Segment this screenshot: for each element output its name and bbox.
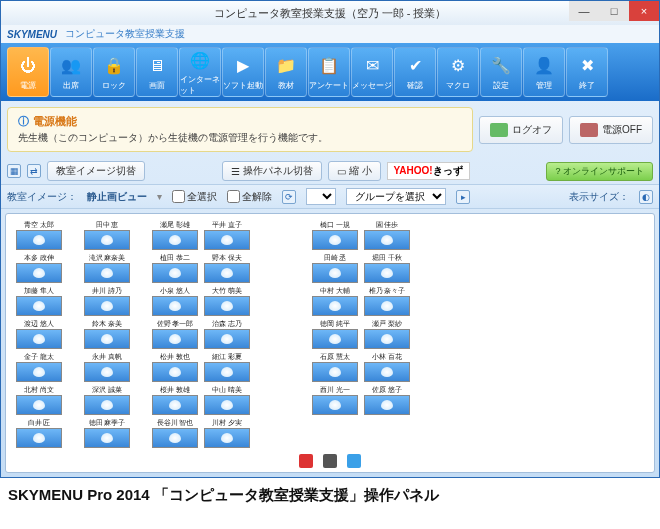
student-thumbnail[interactable] (364, 230, 410, 250)
layout-split-icon[interactable]: ⇄ (27, 164, 41, 178)
toolbar-settings-button[interactable]: 🔧設定 (480, 47, 522, 97)
student-seat[interactable]: 田崎 丞 (312, 253, 358, 283)
student-seat[interactable]: 滝沢 麻奈美 (84, 253, 130, 283)
student-thumbnail[interactable] (312, 230, 358, 250)
select-all-input[interactable] (172, 190, 185, 203)
shrink-button[interactable]: ▭ 縮 小 (328, 161, 381, 181)
student-seat[interactable]: 桜井 敦雄 (152, 385, 198, 415)
student-thumbnail[interactable] (312, 395, 358, 415)
student-thumbnail[interactable] (312, 362, 358, 382)
student-seat[interactable]: 石原 慧太 (312, 352, 358, 382)
student-thumbnail[interactable] (84, 329, 130, 349)
student-thumbnail[interactable] (152, 329, 198, 349)
student-seat[interactable]: 青空 太郎 (16, 220, 62, 250)
student-thumbnail[interactable] (364, 296, 410, 316)
student-seat[interactable]: 本多 政伸 (16, 253, 62, 283)
toolbar-screen-button[interactable]: 🖥画面 (136, 47, 178, 97)
toolbar-check-button[interactable]: ✔確認 (394, 47, 436, 97)
student-thumbnail[interactable] (16, 296, 62, 316)
student-seat[interactable]: 金子 龍太 (16, 352, 62, 382)
toolbar-manage-button[interactable]: 👤管理 (523, 47, 565, 97)
yahoo-kids-link[interactable]: YAHOO!きっず (387, 162, 470, 180)
student-thumbnail[interactable] (204, 428, 250, 448)
student-thumbnail[interactable] (364, 263, 410, 283)
student-thumbnail[interactable] (204, 296, 250, 316)
toolbar-attend-button[interactable]: 👥出席 (50, 47, 92, 97)
student-thumbnail[interactable] (204, 395, 250, 415)
student-thumbnail[interactable] (204, 329, 250, 349)
student-seat[interactable]: 小林 百花 (364, 352, 410, 382)
student-seat[interactable]: 佐原 悠子 (364, 385, 410, 415)
minimize-button[interactable]: — (569, 1, 599, 21)
toolbar-material-button[interactable]: 📁教材 (265, 47, 307, 97)
toolbar-survey-button[interactable]: 📋アンケート (308, 47, 350, 97)
student-thumbnail[interactable] (364, 395, 410, 415)
student-seat[interactable]: 永井 真帆 (84, 352, 130, 382)
toolbar-power-button[interactable]: ⏻電源 (7, 47, 49, 97)
student-thumbnail[interactable] (312, 296, 358, 316)
room-image-switch-button[interactable]: 教室イメージ切替 (47, 161, 145, 181)
student-thumbnail[interactable] (152, 296, 198, 316)
toolbar-macro-button[interactable]: ⚙マクロ (437, 47, 479, 97)
student-seat[interactable]: 白井 匠 (16, 418, 62, 448)
deselect-all-input[interactable] (227, 190, 240, 203)
toolbar-exit-button[interactable]: ✖終了 (566, 47, 608, 97)
panel-switch-button[interactable]: ☰ 操作パネル切替 (222, 161, 322, 181)
student-thumbnail[interactable] (16, 329, 62, 349)
size-handle-icon[interactable]: ◐ (639, 190, 653, 204)
student-seat[interactable]: 堀田 千秋 (364, 253, 410, 283)
student-thumbnail[interactable] (84, 395, 130, 415)
student-thumbnail[interactable] (84, 230, 130, 250)
group-apply-icon[interactable]: ▸ (456, 190, 470, 204)
toolbar-message-button[interactable]: ✉メッセージ (351, 47, 393, 97)
student-seat[interactable]: 瀬尾 彰雄 (152, 220, 198, 250)
student-seat[interactable]: 松井 敦也 (152, 352, 198, 382)
student-thumbnail[interactable] (364, 329, 410, 349)
layout-grid-icon[interactable]: ▦ (7, 164, 21, 178)
student-thumbnail[interactable] (152, 230, 198, 250)
student-thumbnail[interactable] (16, 395, 62, 415)
student-seat[interactable]: 園 佳歩 (364, 220, 410, 250)
student-thumbnail[interactable] (16, 230, 62, 250)
refresh-icon[interactable]: ⟳ (282, 190, 296, 204)
student-seat[interactable]: 小泉 悠人 (152, 286, 198, 316)
student-seat[interactable]: 長谷川 智也 (152, 418, 198, 448)
student-seat[interactable]: 瀬戸 梨紗 (364, 319, 410, 349)
student-seat[interactable]: 井川 詩乃 (84, 286, 130, 316)
student-thumbnail[interactable] (84, 263, 130, 283)
student-thumbnail[interactable] (16, 263, 62, 283)
student-seat[interactable]: 渡辺 悠人 (16, 319, 62, 349)
student-thumbnail[interactable] (84, 296, 130, 316)
student-seat[interactable]: 橋口 一規 (312, 220, 358, 250)
view-dropdown-icon[interactable]: ▾ (157, 191, 162, 202)
toolbar-launch-button[interactable]: ▶ソフト起動 (222, 47, 264, 97)
student-thumbnail[interactable] (204, 230, 250, 250)
student-seat[interactable]: 川村 夕実 (204, 418, 250, 448)
student-seat[interactable]: 中山 晴美 (204, 385, 250, 415)
student-seat[interactable]: 徳岡 純平 (312, 319, 358, 349)
maximize-button[interactable]: □ (599, 1, 629, 21)
student-thumbnail[interactable] (312, 329, 358, 349)
student-seat[interactable]: 西川 光一 (312, 385, 358, 415)
student-seat[interactable]: 治森 志乃 (204, 319, 250, 349)
student-thumbnail[interactable] (312, 263, 358, 283)
student-seat[interactable]: 植田 恭二 (152, 253, 198, 283)
student-seat[interactable]: 椎乃 奈々子 (364, 286, 410, 316)
toolbar-net-button[interactable]: 🌐インターネット (179, 47, 221, 97)
student-seat[interactable]: 中村 大輔 (312, 286, 358, 316)
student-seat[interactable]: 佐野 孝一郎 (152, 319, 198, 349)
poweroff-button[interactable]: 電源OFF (569, 116, 653, 144)
student-thumbnail[interactable] (84, 362, 130, 382)
student-seat[interactable]: 大竹 萌美 (204, 286, 250, 316)
view-dropdown-1[interactable] (306, 188, 336, 205)
student-thumbnail[interactable] (16, 428, 62, 448)
logoff-button[interactable]: ログオフ (479, 116, 563, 144)
student-seat[interactable]: 深沢 誠菜 (84, 385, 130, 415)
student-seat[interactable]: 北村 尚文 (16, 385, 62, 415)
close-button[interactable]: × (629, 1, 659, 21)
student-thumbnail[interactable] (152, 395, 198, 415)
student-seat[interactable]: 徳田 麻季子 (84, 418, 130, 448)
student-seat[interactable]: 鈴木 奈美 (84, 319, 130, 349)
student-seat[interactable]: 平井 直子 (204, 220, 250, 250)
group-select[interactable]: グループを選択 (346, 188, 446, 205)
